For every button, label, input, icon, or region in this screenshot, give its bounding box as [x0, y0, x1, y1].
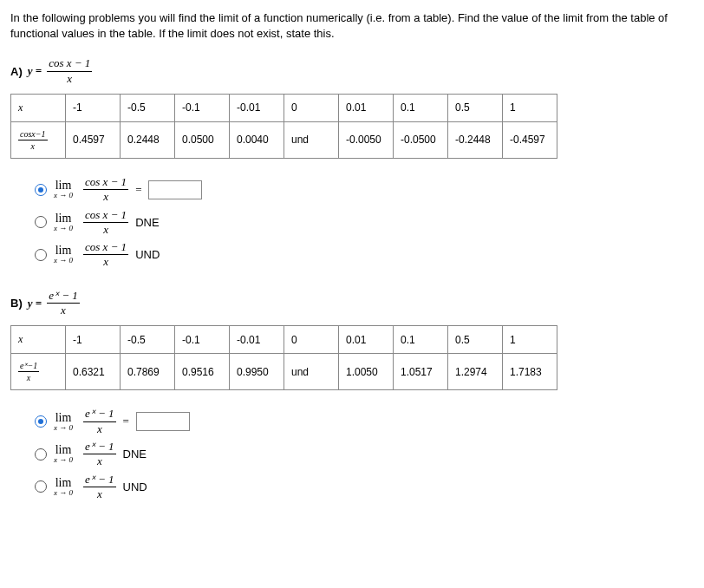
cell: 0.01 — [339, 326, 394, 354]
cell: 0.9950 — [230, 354, 284, 390]
instructions-text: In the following problems you will find … — [10, 10, 694, 42]
radio-icon[interactable] — [35, 216, 47, 228]
radio-icon[interactable] — [35, 184, 47, 196]
problem-a-expression: cos x − 1 x — [47, 57, 92, 85]
option-expr: cos x − 1 x — [83, 241, 128, 269]
cell: und — [284, 121, 339, 158]
cell: 0.4597 — [66, 121, 121, 158]
lim-notation: lim x → 0 — [54, 180, 73, 199]
lim-notation: lim x → 0 — [54, 412, 73, 432]
opt-num: cos x − 1 — [83, 176, 128, 190]
problem-a-label: A) y = cos x − 1 x — [10, 57, 694, 85]
cell: -0.01 — [230, 326, 284, 354]
options-b: lim x → 0 eˣ − 1 x = lim x → 0 eˣ − 1 x … — [35, 408, 694, 500]
opt-den: x — [101, 223, 110, 236]
option-b-2-rhs: DNE — [123, 448, 147, 461]
table-b-xlabel: x — [18, 333, 23, 345]
opt-num: cos x − 1 — [83, 209, 128, 223]
cell: 0.7869 — [121, 354, 175, 390]
lim-sub: x → 0 — [54, 489, 73, 497]
option-b-2[interactable]: lim x → 0 eˣ − 1 x DNE — [35, 441, 694, 468]
lim-sub: x → 0 — [54, 257, 73, 265]
table-a: x -1 -0.5 -0.1 -0.01 0 0.01 0.1 0.5 1 co… — [10, 94, 557, 159]
cell: 0.6321 — [66, 354, 121, 390]
opt-den: x — [101, 255, 110, 268]
opt-num: eˣ − 1 — [83, 441, 116, 454]
radio-icon[interactable] — [35, 249, 47, 261]
option-a-2[interactable]: lim x → 0 cos x − 1 x DNE — [35, 209, 694, 237]
cell: 0.2448 — [121, 121, 175, 158]
cell: 0.5 — [448, 94, 503, 121]
cell: 0.0040 — [230, 121, 284, 158]
opt-num: eˣ − 1 — [83, 408, 116, 421]
cell: 0.9516 — [175, 354, 230, 390]
option-b-3[interactable]: lim x → 0 eˣ − 1 x UND — [35, 474, 694, 501]
problem-b-letter: B) — [10, 297, 23, 310]
cell: -0.01 — [230, 94, 284, 121]
table-row: x -1 -0.5 -0.1 -0.01 0 0.01 0.1 0.5 1 — [11, 326, 557, 354]
problem-a-expr-num: cos x − 1 — [47, 57, 92, 71]
problem-a-letter: A) — [10, 65, 23, 78]
answer-input-a[interactable] — [148, 180, 202, 199]
cell: -0.1 — [175, 326, 230, 354]
answer-input-b[interactable] — [136, 412, 190, 431]
lim-sub: x → 0 — [54, 192, 73, 199]
problem-b-expression: eˣ − 1 x — [47, 290, 80, 317]
cell: 1.2974 — [448, 354, 503, 390]
cell: 0 — [284, 326, 339, 354]
cell: und — [284, 354, 339, 390]
option-a-3[interactable]: lim x → 0 cos x − 1 x UND — [35, 241, 694, 269]
problem-a: A) y = cos x − 1 x x -1 -0.5 -0.1 -0.01 … — [10, 57, 694, 268]
table-row: eˣ−1 x 0.6321 0.7869 0.9516 0.9950 und 1… — [11, 354, 557, 390]
option-b-3-rhs: UND — [123, 480, 147, 493]
lim-sub: x → 0 — [54, 456, 73, 464]
radio-icon[interactable] — [35, 448, 47, 461]
option-a-3-rhs: UND — [135, 248, 160, 261]
problem-a-yeq: y = — [28, 64, 42, 78]
lim-sub: x → 0 — [54, 225, 73, 232]
table-b: x -1 -0.5 -0.1 -0.01 0 0.01 0.1 0.5 1 eˣ… — [10, 325, 557, 390]
cell-num: eˣ−1 — [18, 361, 39, 372]
lim-word: lim — [55, 180, 72, 192]
cell: 1.0050 — [339, 354, 394, 390]
cell: 0.1 — [394, 326, 448, 354]
table-row: x -1 -0.5 -0.1 -0.01 0 0.01 0.1 0.5 1 — [11, 94, 557, 121]
option-expr: cos x − 1 x — [83, 176, 128, 204]
option-a-1[interactable]: lim x → 0 cos x − 1 x = — [35, 176, 694, 204]
radio-icon[interactable] — [35, 480, 47, 493]
table-a-flabel: cosx−1 x — [18, 129, 48, 151]
cell: -0.4597 — [503, 121, 557, 158]
problem-b-expr-den: x — [59, 304, 68, 317]
option-b-1[interactable]: lim x → 0 eˣ − 1 x = — [35, 408, 694, 435]
lim-notation: lim x → 0 — [54, 212, 73, 232]
opt-num: cos x − 1 — [83, 241, 128, 255]
lim-word: lim — [55, 245, 72, 257]
cell: -1 — [66, 326, 121, 354]
cell: -0.0050 — [339, 121, 394, 158]
lim-word: lim — [55, 412, 72, 424]
cell: 0.0500 — [175, 121, 230, 158]
cell-num: cosx−1 — [18, 129, 48, 140]
cell: 0.01 — [339, 94, 394, 121]
problem-a-expr-den: x — [65, 72, 74, 85]
lim-word: lim — [55, 444, 72, 456]
problem-b-expr-num: eˣ − 1 — [47, 290, 80, 304]
table-row: cosx−1 x 0.4597 0.2448 0.0500 0.0040 und… — [11, 121, 557, 158]
cell: 0.5 — [448, 326, 503, 354]
problem-b-label: B) y = eˣ − 1 x — [10, 290, 694, 317]
lim-notation: lim x → 0 — [54, 477, 73, 497]
cell: -0.1 — [175, 94, 230, 121]
radio-icon[interactable] — [35, 415, 47, 428]
option-expr: cos x − 1 x — [83, 209, 128, 237]
lim-sub: x → 0 — [54, 424, 73, 432]
cell-den: x — [29, 140, 36, 151]
cell: -1 — [66, 94, 121, 121]
options-a: lim x → 0 cos x − 1 x = lim x → 0 cos x … — [35, 176, 694, 269]
opt-den: x — [95, 422, 104, 435]
cell: -0.5 — [121, 94, 175, 121]
lim-word: lim — [55, 477, 72, 489]
table-a-xlabel: x — [18, 101, 23, 114]
cell: -0.0500 — [394, 121, 448, 158]
option-a-2-rhs: DNE — [135, 216, 159, 229]
option-expr: eˣ − 1 x — [83, 474, 116, 501]
